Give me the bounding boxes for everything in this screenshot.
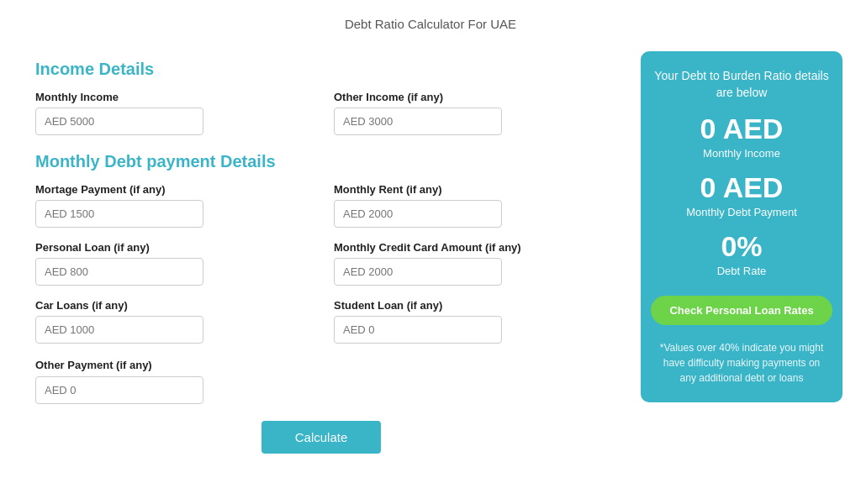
other-payment-input[interactable] [35, 376, 203, 404]
other-income-input[interactable] [334, 108, 502, 135]
check-personal-loan-rates-button[interactable]: Check Personal Loan Rates [651, 296, 832, 325]
monthly-income-input[interactable] [35, 108, 203, 135]
personal-loan-input[interactable] [35, 258, 203, 286]
results-title: Your Debt to Burden Ratio details are be… [654, 68, 829, 101]
car-loan-label: Car Loans (if any) [35, 299, 309, 312]
credit-card-input[interactable] [334, 258, 502, 286]
personal-loan-label: Personal Loan (if any) [35, 241, 309, 254]
disclaimer-text: *Values over 40% indicate you might have… [654, 340, 829, 386]
debt-heading: Monthly Debt payment Details [35, 152, 607, 171]
debt-rate-value: 0% [721, 230, 762, 263]
car-loan-input[interactable] [35, 316, 203, 344]
monthly-income-label: Monthly Income [35, 91, 309, 103]
page-title: Debt Ratio Calculator For UAE [345, 17, 516, 31]
monthly-income-result-label: Monthly Income [703, 147, 780, 160]
student-loan-input[interactable] [334, 316, 502, 344]
student-loan-label: Student Loan (if any) [334, 299, 607, 312]
other-payment-label: Other Payment (if any) [35, 359, 152, 371]
monthly-debt-result-label: Monthly Debt Payment [686, 206, 797, 218]
monthly-income-value: 0 AED [700, 113, 784, 145]
monthly-rent-input[interactable] [334, 200, 502, 228]
other-income-label: Other Income (if any) [334, 91, 607, 103]
calculate-button[interactable]: Calculate [261, 421, 382, 454]
mortgage-label: Mortage Payment (if any) [35, 183, 309, 196]
debt-rate-result-label: Debt Rate [717, 265, 767, 277]
income-heading: Income Details [35, 60, 607, 79]
mortgage-input[interactable] [35, 200, 203, 228]
credit-card-label: Monthly Credit Card Amount (if any) [334, 241, 607, 254]
monthly-rent-label: Monthly Rent (if any) [334, 183, 607, 196]
results-panel: Your Debt to Burden Ratio details are be… [641, 51, 843, 402]
monthly-debt-value: 0 AED [700, 171, 784, 204]
